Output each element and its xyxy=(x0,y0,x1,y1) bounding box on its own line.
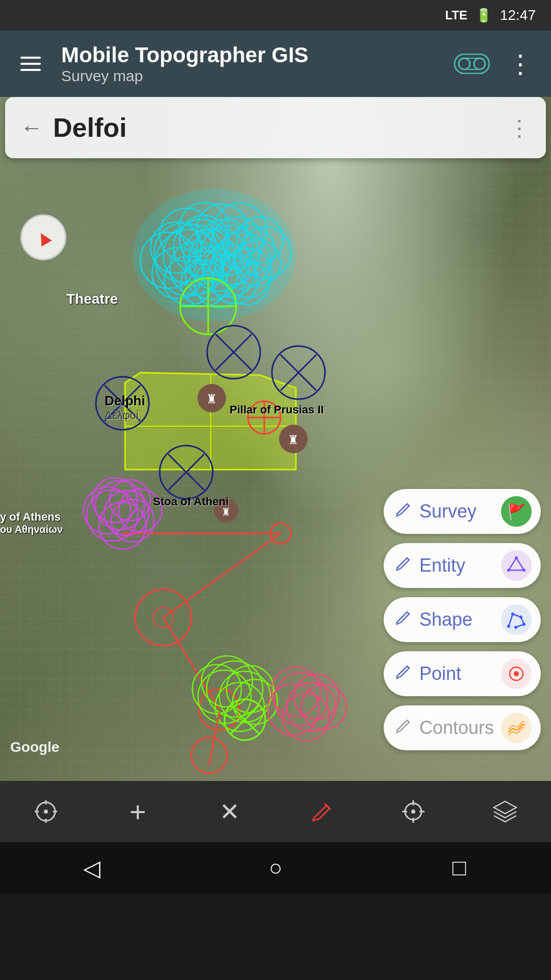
layers-button[interactable] xyxy=(480,786,531,837)
bottom-toolbar: + ✕ xyxy=(0,781,551,842)
compass-widget[interactable]: ▲ xyxy=(20,214,66,260)
app-title-group: Mobile Topographer GIS Survey map xyxy=(61,43,439,85)
system-nav-bar: ◁ ○ □ xyxy=(0,842,551,893)
clock: 12:47 xyxy=(500,7,536,23)
contours-wave-icon xyxy=(501,713,532,743)
svg-point-99 xyxy=(191,738,227,773)
infinity-toggle-icon[interactable] xyxy=(454,54,490,74)
survey-edit-icon xyxy=(393,500,412,524)
svg-point-102 xyxy=(522,569,525,572)
entity-edit-icon xyxy=(393,554,412,578)
fab-entity-button[interactable]: Entity xyxy=(384,543,541,588)
hamburger-menu-button[interactable] xyxy=(15,52,46,76)
svg-point-97 xyxy=(302,684,346,729)
fab-point-button[interactable]: Point xyxy=(384,651,541,696)
compass-arrow-icon: ▲ xyxy=(29,223,58,253)
app-subtitle: Survey map xyxy=(61,67,439,85)
svg-point-110 xyxy=(514,671,519,676)
back-button[interactable]: ← xyxy=(20,115,43,140)
svg-point-106 xyxy=(519,616,522,619)
svg-point-101 xyxy=(515,556,518,559)
survey-flag-icon: 🚩 xyxy=(501,496,532,527)
svg-marker-124 xyxy=(494,801,516,814)
nav-back-button[interactable]: ◁ xyxy=(71,852,112,883)
add-icon: + xyxy=(130,795,146,828)
svg-rect-0 xyxy=(455,54,489,74)
delfoi-location-card: ← Delfoi ⋮ xyxy=(5,97,546,158)
entity-polygon-icon xyxy=(501,550,532,581)
svg-marker-100 xyxy=(509,558,524,570)
shape-polygon-icon xyxy=(501,604,532,635)
contours-edit-icon xyxy=(393,716,412,740)
contours-label: Contours xyxy=(419,717,494,739)
point-edit-icon xyxy=(393,662,412,686)
map-label-theatre: Theatre xyxy=(66,291,118,307)
map-area[interactable]: ♜ ♜ ♜ xyxy=(0,97,551,781)
app-bar-actions: ⋮ xyxy=(454,46,536,81)
map-label-athens: y of Athens ου Αθηναίων xyxy=(0,510,63,535)
svg-point-96 xyxy=(271,667,320,716)
svg-point-107 xyxy=(522,623,525,626)
svg-text:♜: ♜ xyxy=(288,433,299,447)
svg-point-104 xyxy=(507,625,510,628)
status-bar: LTE 🔋 12:47 xyxy=(0,0,551,31)
shape-label: Shape xyxy=(419,609,494,630)
shape-edit-icon xyxy=(393,608,412,632)
app-bar: Mobile Topographer GIS Survey map ⋮ xyxy=(0,31,551,97)
svg-line-66 xyxy=(163,618,219,709)
network-indicator: LTE xyxy=(445,8,467,22)
google-watermark: Google xyxy=(10,739,59,755)
svg-text:♜: ♜ xyxy=(206,392,217,406)
point-label: Point xyxy=(419,663,494,684)
svg-point-1 xyxy=(459,58,470,69)
svg-point-123 xyxy=(411,810,415,814)
crosshair-button[interactable] xyxy=(388,786,439,837)
fab-contours-button[interactable]: Contours xyxy=(384,705,541,750)
fab-survey-button[interactable]: Survey 🚩 xyxy=(384,489,541,534)
app-title: Mobile Topographer GIS xyxy=(61,43,439,67)
svg-point-103 xyxy=(507,569,510,572)
svg-point-105 xyxy=(511,612,514,616)
close-icon: ✕ xyxy=(219,797,240,826)
app-bar-more-button[interactable]: ⋮ xyxy=(505,46,536,81)
map-label-delphi: Delphi Δελφοί xyxy=(105,393,145,422)
point-target-icon xyxy=(501,658,532,689)
survey-label: Survey xyxy=(419,501,494,522)
svg-point-2 xyxy=(474,58,485,69)
battery-icon: 🔋 xyxy=(475,8,492,23)
nav-home-button[interactable]: ○ xyxy=(255,852,296,883)
svg-point-112 xyxy=(44,810,48,814)
svg-point-95 xyxy=(294,674,339,719)
locate-button[interactable] xyxy=(20,786,71,837)
nav-recent-button[interactable]: □ xyxy=(439,852,480,883)
add-button[interactable]: + xyxy=(112,786,163,837)
svg-line-65 xyxy=(163,533,281,618)
fab-container: Survey 🚩 Entity xyxy=(384,489,541,750)
edit-button[interactable] xyxy=(296,786,347,837)
svg-point-108 xyxy=(514,626,517,629)
svg-point-93 xyxy=(268,684,319,735)
map-label-stoa: Stoa of Atheni xyxy=(153,495,229,508)
svg-point-36 xyxy=(133,189,296,322)
card-more-button[interactable]: ⋮ xyxy=(508,115,531,141)
entity-label: Entity xyxy=(419,555,494,576)
close-button[interactable]: ✕ xyxy=(204,786,255,837)
map-label-pillar: Pillar of Prusias II xyxy=(230,403,324,416)
fab-shape-button[interactable]: Shape xyxy=(384,597,541,642)
location-title: Delfoi xyxy=(53,112,498,143)
